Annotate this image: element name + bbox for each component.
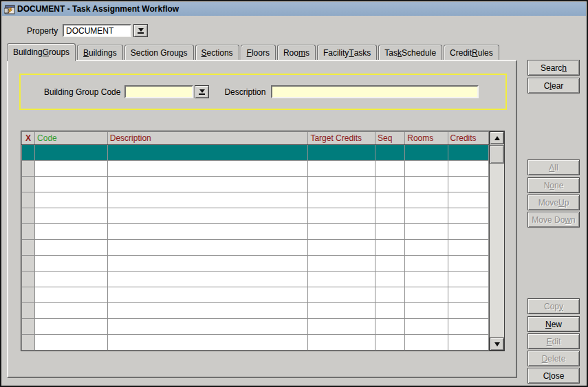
table-cell[interactable] xyxy=(375,240,404,256)
table-cell[interactable] xyxy=(35,303,108,319)
table-cell[interactable] xyxy=(308,161,375,177)
row-selector-cell[interactable] xyxy=(22,145,35,161)
table-cell[interactable] xyxy=(375,192,404,208)
tab-section-groups[interactable]: Section Groups xyxy=(124,45,194,60)
table-cell[interactable] xyxy=(107,256,308,272)
table-cell[interactable] xyxy=(448,177,488,192)
table-cell[interactable] xyxy=(375,272,404,287)
table-cell[interactable] xyxy=(107,208,308,224)
table-cell[interactable] xyxy=(448,224,488,240)
table-row[interactable] xyxy=(22,303,489,319)
table-row[interactable] xyxy=(22,192,489,208)
building-group-code-lov-button[interactable] xyxy=(195,85,209,98)
table-row[interactable] xyxy=(22,256,489,272)
tab-facility-tasks[interactable]: Facility Tasks xyxy=(317,45,377,60)
table-cell[interactable] xyxy=(308,240,375,256)
scroll-up-button[interactable] xyxy=(490,131,504,144)
table-cell[interactable] xyxy=(35,256,108,272)
table-cell[interactable] xyxy=(405,319,448,335)
table-cell[interactable] xyxy=(308,177,375,192)
table-row[interactable] xyxy=(22,240,489,256)
clear-button[interactable]: Clear xyxy=(527,78,580,93)
table-cell[interactable] xyxy=(35,224,108,240)
table-cell[interactable] xyxy=(107,240,308,256)
building-group-code-input[interactable] xyxy=(124,85,193,98)
table-cell[interactable] xyxy=(405,192,448,208)
row-selector-cell[interactable] xyxy=(22,319,35,335)
table-cell[interactable] xyxy=(448,272,488,287)
table-cell[interactable] xyxy=(35,192,108,208)
row-selector-cell[interactable] xyxy=(22,240,35,256)
tab-credit-rules[interactable]: Credit Rules xyxy=(444,45,499,60)
table-cell[interactable] xyxy=(405,272,448,287)
table-cell[interactable] xyxy=(448,240,488,256)
table-row[interactable] xyxy=(22,272,489,287)
table-cell[interactable] xyxy=(375,145,404,161)
table-cell[interactable] xyxy=(35,335,108,351)
table-cell[interactable] xyxy=(35,287,108,303)
table-cell[interactable] xyxy=(107,192,308,208)
description-input[interactable] xyxy=(271,85,479,98)
row-selector-cell[interactable] xyxy=(22,256,35,272)
table-cell[interactable] xyxy=(375,177,404,192)
table-cell[interactable] xyxy=(375,303,404,319)
table-row[interactable] xyxy=(22,161,489,177)
table-cell[interactable] xyxy=(448,303,488,319)
row-selector-cell[interactable] xyxy=(22,303,35,319)
table-cell[interactable] xyxy=(35,177,108,192)
table-cell[interactable] xyxy=(448,287,488,303)
table-cell[interactable] xyxy=(375,224,404,240)
table-cell[interactable] xyxy=(375,256,404,272)
table-cell[interactable] xyxy=(35,208,108,224)
table-cell[interactable] xyxy=(405,303,448,319)
table-row[interactable] xyxy=(22,145,489,161)
table-row[interactable] xyxy=(22,224,489,240)
table-cell[interactable] xyxy=(405,287,448,303)
table-cell[interactable] xyxy=(405,240,448,256)
search-button[interactable]: Search xyxy=(527,60,580,76)
table-cell[interactable] xyxy=(448,161,488,177)
table-cell[interactable] xyxy=(375,208,404,224)
table-row[interactable] xyxy=(22,319,489,335)
table-cell[interactable] xyxy=(308,192,375,208)
table-cell[interactable] xyxy=(375,335,404,351)
table-cell[interactable] xyxy=(308,319,375,335)
row-selector-cell[interactable] xyxy=(22,287,35,303)
table-cell[interactable] xyxy=(107,319,308,335)
table-cell[interactable] xyxy=(375,287,404,303)
table-cell[interactable] xyxy=(308,208,375,224)
table-cell[interactable] xyxy=(405,161,448,177)
scrollbar-thumb[interactable] xyxy=(490,145,504,164)
property-input[interactable] xyxy=(63,24,131,37)
property-lov-button[interactable] xyxy=(133,24,148,37)
table-cell[interactable] xyxy=(448,319,488,335)
table-cell[interactable] xyxy=(35,319,108,335)
table-cell[interactable] xyxy=(308,287,375,303)
table-cell[interactable] xyxy=(308,335,375,351)
table-cell[interactable] xyxy=(107,287,308,303)
row-selector-cell[interactable] xyxy=(22,224,35,240)
table-cell[interactable] xyxy=(405,145,448,161)
tab-building-groups[interactable]: Building Groups xyxy=(7,43,76,61)
tab-rooms[interactable]: Rooms xyxy=(277,45,316,60)
scroll-down-button[interactable] xyxy=(490,338,504,351)
tab-task-schedule[interactable]: Task Schedule xyxy=(378,45,442,60)
row-selector-cell[interactable] xyxy=(22,161,35,177)
table-cell[interactable] xyxy=(308,145,375,161)
table-cell[interactable] xyxy=(448,145,488,161)
table-row[interactable] xyxy=(22,335,489,351)
table-cell[interactable] xyxy=(308,272,375,287)
table-cell[interactable] xyxy=(308,303,375,319)
table-row[interactable] xyxy=(22,208,489,224)
table-cell[interactable] xyxy=(405,224,448,240)
new-button[interactable]: New xyxy=(527,316,580,332)
table-cell[interactable] xyxy=(448,192,488,208)
table-cell[interactable] xyxy=(35,240,108,256)
table-cell[interactable] xyxy=(107,177,308,192)
table-cell[interactable] xyxy=(375,161,404,177)
table-cell[interactable] xyxy=(35,145,108,161)
table-cell[interactable] xyxy=(35,272,108,287)
row-selector-cell[interactable] xyxy=(22,192,35,208)
row-selector-cell[interactable] xyxy=(22,272,35,287)
row-selector-cell[interactable] xyxy=(22,177,35,192)
